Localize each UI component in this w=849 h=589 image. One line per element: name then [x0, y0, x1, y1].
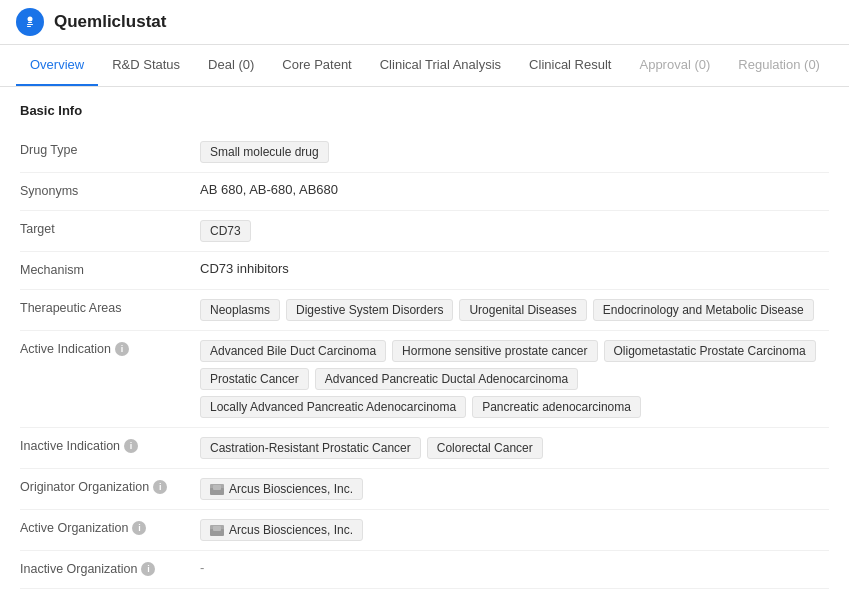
content-area: Basic Info Drug TypeSmall molecule drugS…	[0, 87, 849, 589]
row-value: CD73 inhibitors	[200, 261, 829, 276]
table-row: Therapeutic AreasNeoplasmsDigestive Syst…	[20, 290, 829, 331]
org-tag[interactable]: Arcus Biosciences, Inc.	[200, 519, 363, 541]
row-label: Originator Organizationi	[20, 478, 200, 494]
svg-rect-2	[27, 24, 33, 25]
info-icon[interactable]: i	[124, 439, 138, 453]
svg-rect-5	[213, 485, 221, 490]
row-value: Arcus Biosciences, Inc.	[200, 519, 829, 541]
row-label: Active Organizationi	[20, 519, 200, 535]
tag[interactable]: Small molecule drug	[200, 141, 329, 163]
table-row: Active IndicationiAdvanced Bile Duct Car…	[20, 331, 829, 428]
tag[interactable]: CD73	[200, 220, 251, 242]
info-icon[interactable]: i	[115, 342, 129, 356]
plain-value: CD73 inhibitors	[200, 261, 289, 276]
info-icon[interactable]: i	[141, 562, 155, 576]
table-row: Drug TypeSmall molecule drug	[20, 132, 829, 173]
tag[interactable]: Hormone sensitive prostate cancer	[392, 340, 597, 362]
table-row: Inactive Organizationi-	[20, 551, 829, 589]
row-value: Advanced Bile Duct CarcinomaHormone sens…	[200, 340, 829, 418]
tab-clinical-trial-analysis[interactable]: Clinical Trial Analysis	[366, 45, 515, 86]
tab-bar: OverviewR&D StatusDeal (0)Core PatentCli…	[0, 45, 849, 87]
org-icon	[210, 525, 224, 535]
tag[interactable]: Advanced Pancreatic Ductal Adenocarcinom…	[315, 368, 578, 390]
tag[interactable]: Endocrinology and Metabolic Disease	[593, 299, 814, 321]
row-value: -	[200, 560, 829, 575]
tag[interactable]: Neoplasms	[200, 299, 280, 321]
row-value: CD73	[200, 220, 829, 242]
row-value: Small molecule drug	[200, 141, 829, 163]
tab-deal--0-[interactable]: Deal (0)	[194, 45, 268, 86]
tag[interactable]: Urogenital Diseases	[459, 299, 586, 321]
row-value: NeoplasmsDigestive System DisordersUroge…	[200, 299, 829, 321]
tag[interactable]: Castration-Resistant Prostatic Cancer	[200, 437, 421, 459]
info-icon[interactable]: i	[153, 480, 167, 494]
table-row: Originator OrganizationiArcus Bioscience…	[20, 469, 829, 510]
tab-approval--0-: Approval (0)	[625, 45, 724, 86]
tag[interactable]: Colorectal Cancer	[427, 437, 543, 459]
info-icon[interactable]: i	[132, 521, 146, 535]
org-tag[interactable]: Arcus Biosciences, Inc.	[200, 478, 363, 500]
svg-rect-1	[28, 22, 32, 23]
tag[interactable]: Advanced Bile Duct Carcinoma	[200, 340, 386, 362]
row-label: Mechanism	[20, 261, 200, 277]
row-value: Arcus Biosciences, Inc.	[200, 478, 829, 500]
org-name: Arcus Biosciences, Inc.	[229, 523, 353, 537]
row-value: AB 680, AB-680, AB680	[200, 182, 829, 197]
table-row: MechanismCD73 inhibitors	[20, 252, 829, 290]
svg-point-0	[28, 17, 33, 22]
svg-rect-3	[27, 26, 31, 27]
dash-value: -	[200, 560, 204, 575]
table-row: TargetCD73	[20, 211, 829, 252]
row-label: Active Indicationi	[20, 340, 200, 356]
info-table: Drug TypeSmall molecule drugSynonymsAB 6…	[20, 132, 829, 589]
tab-clinical-result[interactable]: Clinical Result	[515, 45, 625, 86]
tab-regulation--0-: Regulation (0)	[724, 45, 834, 86]
tag[interactable]: Oligometastatic Prostate Carcinoma	[604, 340, 816, 362]
org-name: Arcus Biosciences, Inc.	[229, 482, 353, 496]
tag[interactable]: Digestive System Disorders	[286, 299, 453, 321]
org-icon	[210, 484, 224, 494]
row-value: Castration-Resistant Prostatic CancerCol…	[200, 437, 829, 459]
table-row: Active OrganizationiArcus Biosciences, I…	[20, 510, 829, 551]
row-label: Inactive Organizationi	[20, 560, 200, 576]
section-title: Basic Info	[20, 103, 829, 118]
tag[interactable]: Locally Advanced Pancreatic Adenocarcino…	[200, 396, 466, 418]
svg-rect-7	[213, 526, 221, 531]
header: Quemliclustat	[0, 0, 849, 45]
table-row: Inactive IndicationiCastration-Resistant…	[20, 428, 829, 469]
table-row: SynonymsAB 680, AB-680, AB680	[20, 173, 829, 211]
tab-core-patent[interactable]: Core Patent	[268, 45, 365, 86]
row-label: Therapeutic Areas	[20, 299, 200, 315]
header-icon	[16, 8, 44, 36]
tag[interactable]: Prostatic Cancer	[200, 368, 309, 390]
tag[interactable]: Pancreatic adenocarcinoma	[472, 396, 641, 418]
row-label: Inactive Indicationi	[20, 437, 200, 453]
row-label: Synonyms	[20, 182, 200, 198]
tab-overview[interactable]: Overview	[16, 45, 98, 86]
row-label: Target	[20, 220, 200, 236]
page-title: Quemliclustat	[54, 12, 166, 32]
tab-r&d-status[interactable]: R&D Status	[98, 45, 194, 86]
plain-value: AB 680, AB-680, AB680	[200, 182, 338, 197]
row-label: Drug Type	[20, 141, 200, 157]
